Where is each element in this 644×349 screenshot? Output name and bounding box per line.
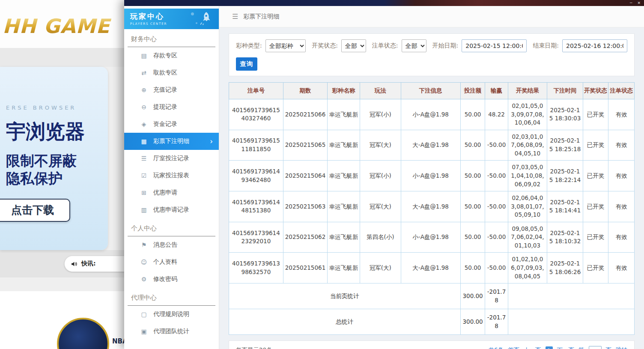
agent-team-icon: ▣ xyxy=(140,328,147,335)
cell-lottery-name: 幸运飞艇新 xyxy=(328,191,360,222)
window-controls: ─ ✕ xyxy=(630,0,641,6)
sidebar-item-change-password[interactable]: ⚙ 修改密码 xyxy=(124,271,219,288)
table-header-row: 注单号期数彩种名称玩法下注信息投注额输赢开奖结果下注时间开奖状态注单状态 xyxy=(229,83,635,99)
sidebar-item-label: 提现记录 xyxy=(153,103,177,111)
lottery-type-label: 彩种类型: xyxy=(236,42,262,50)
sidebar-item-messages[interactable]: ⚑ 消息公告 xyxy=(124,236,219,254)
promo-line-3: 隐私保护 xyxy=(6,170,108,187)
page-summary-bet: 300.00 xyxy=(460,283,485,309)
ticker-label: 快讯: xyxy=(81,260,96,268)
sidebar-item-promo-apply[interactable]: ⊞ 优惠申请 xyxy=(124,184,219,201)
sidebar-item-promo-records[interactable]: ▥ 优惠申请记录 xyxy=(124,201,219,218)
draw-status-label: 开奖状态: xyxy=(312,42,338,50)
cell-winloss: -50.00 xyxy=(485,191,508,222)
draw-status-select[interactable]: 全部 xyxy=(341,39,366,52)
sidebar-item-withdraw[interactable]: ⇄ 取款专区 xyxy=(124,64,219,81)
end-date-input[interactable] xyxy=(562,39,627,52)
sidebar-item-agent-team[interactable]: ▣ 代理团队统计 xyxy=(124,323,219,340)
total-count-label: 共6条 xyxy=(488,346,504,349)
column-header: 期数 xyxy=(283,83,327,99)
table-row: 401569173961511811850 20250215065 幸运飞艇新 … xyxy=(229,130,635,161)
sidebar-item-label: 修改密码 xyxy=(153,275,177,283)
cell-draw-result: 09,08,05,07,06,02,04,01,10,03 xyxy=(508,222,547,253)
player-report-icon: ☑ xyxy=(140,172,147,179)
header-divider xyxy=(0,48,124,67)
cell-period: 20250215063 xyxy=(283,191,327,222)
order-status-label: 注单状态: xyxy=(372,42,398,50)
page-title: 彩票下注明细 xyxy=(243,13,279,21)
sidebar-item-agent-rules[interactable]: ▢ 代理规则说明 xyxy=(124,306,219,323)
sidebar-item-label: 充值记录 xyxy=(153,86,177,94)
sidebar-item-deposit[interactable]: ▤ 存款专区 xyxy=(124,47,219,64)
end-date-label: 结束日期: xyxy=(533,42,559,50)
column-header: 开奖状态 xyxy=(583,83,608,99)
close-icon[interactable]: ✕ xyxy=(637,0,641,6)
start-date-input[interactable] xyxy=(462,39,527,52)
download-button[interactable]: 点击下载 xyxy=(0,199,70,222)
cell-lottery-name: 幸运飞艇新 xyxy=(328,99,360,130)
sidebar-item-profile[interactable]: ☺ 个人资料 xyxy=(124,254,219,271)
cell-order-id: 401569173961423292010 xyxy=(229,222,283,253)
modal-titlebar: ─ ✕ xyxy=(124,0,644,6)
order-status-select[interactable]: 全部 xyxy=(402,39,426,52)
cell-bet-time: 2025-02-15 18:14:41 xyxy=(547,191,583,222)
page-summary-label: 当前页统计 xyxy=(229,283,461,309)
cell-bet-info: 小-A盘@1.98 xyxy=(401,99,460,130)
breadcrumb: ☰ 彩票下注明细 xyxy=(219,6,644,27)
chevron-right-icon: › xyxy=(210,138,213,145)
lottery-type-select[interactable]: 全部彩种 xyxy=(265,39,306,52)
funds-records-icon: ◈ xyxy=(140,121,147,128)
cell-draw-result: 02,01,05,03,09,07,08,10,06,04 xyxy=(508,99,547,130)
cell-bet-info: 大-A盘@1.98 xyxy=(401,130,460,161)
site-logo: HH GAME xyxy=(3,15,124,38)
sidebar-item-label: 消息公告 xyxy=(153,241,177,249)
sidebar-item-funds-records[interactable]: ◈ 资金记录 xyxy=(124,116,219,133)
cell-draw-result: 02,03,01,07,06,08,09,04,05,10 xyxy=(508,130,547,161)
cell-order-status: 有效 xyxy=(608,191,635,222)
minimize-icon[interactable]: ─ xyxy=(630,0,632,6)
cell-order-status: 有效 xyxy=(608,253,635,283)
sidebar-item-recharge-records[interactable]: ⊕ 充值记录 xyxy=(124,81,219,98)
first-page-link[interactable]: 首页 xyxy=(508,346,519,349)
goto-suffix-label: 页 xyxy=(606,346,612,349)
menu-icon[interactable]: ☰ xyxy=(232,12,238,21)
cell-play-type: 冠军(大) xyxy=(360,191,401,222)
cell-bet-info: 小-A盘@1.98 xyxy=(401,222,460,253)
sidebar-item-label: 代理团队统计 xyxy=(153,328,189,335)
sidebar-section-personal-title: 个人中心 xyxy=(128,218,215,236)
cell-period: 20250215064 xyxy=(283,161,327,191)
sidebar-item-lottery-bets[interactable]: ▦ 彩票下注明细 › xyxy=(124,133,219,150)
sidebar-item-player-report[interactable]: ☑ 玩家投注报表 xyxy=(124,167,219,184)
prev-page-link[interactable]: 上一页 xyxy=(524,346,541,349)
sidebar-item-withdrawal-records[interactable]: ⊖ 提现记录 xyxy=(124,98,219,116)
sidebar-item-label: 玩家投注报表 xyxy=(153,172,189,179)
next-page-link[interactable]: 下一页 xyxy=(557,346,575,349)
jump-button[interactable]: 跳转 xyxy=(616,346,627,349)
per-page-label: 每页显示20条 xyxy=(236,346,272,349)
cell-lottery-name: 幸运飞艇新 xyxy=(328,253,360,283)
cell-winloss: -50.00 xyxy=(485,130,508,161)
cell-bet-time: 2025-02-15 18:25:18 xyxy=(547,130,583,161)
withdraw-icon: ⇄ xyxy=(140,69,147,76)
cell-order-id: 401569173961540327460 xyxy=(229,99,283,130)
query-button[interactable]: 查询 xyxy=(236,57,257,71)
cell-winloss: -50.00 xyxy=(485,161,508,191)
promo-apply-icon: ⊞ xyxy=(140,189,147,196)
current-page-badge[interactable]: 1 xyxy=(546,346,553,349)
cell-bet-amount: 50.00 xyxy=(460,130,485,161)
sidebar-item-hall-bets[interactable]: ☰ 厅室投注记录 xyxy=(124,150,219,167)
cell-play-type: 冠军(大) xyxy=(360,253,401,283)
total-summary-label: 总统计 xyxy=(229,309,461,335)
news-ticker[interactable]: 快讯: xyxy=(64,256,124,272)
cell-order-status: 有效 xyxy=(608,161,635,191)
cell-play-type: 冠军(大) xyxy=(360,130,401,161)
page-jump-input[interactable] xyxy=(589,346,602,349)
agent-rules-icon: ▢ xyxy=(140,311,147,318)
sidebar-item-label: 资金记录 xyxy=(153,120,177,128)
promo-line-2: 限制不屏蔽 xyxy=(6,152,108,170)
sidebar-item-label: 厅室投注记录 xyxy=(153,155,189,162)
speaker-icon xyxy=(71,260,78,268)
cell-period: 20250215066 xyxy=(283,99,327,130)
table-row: 401569173961493462480 20250215064 幸运飞艇新 … xyxy=(229,161,635,191)
cell-bet-amount: 50.00 xyxy=(460,191,485,222)
